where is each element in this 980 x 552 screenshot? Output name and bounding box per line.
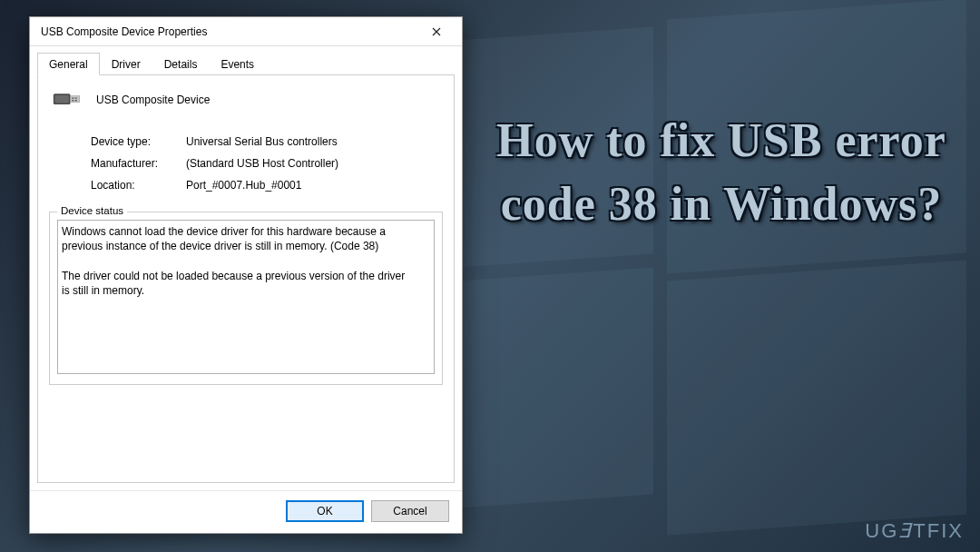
- device-name: USB Composite Device: [96, 94, 210, 106]
- tab-general[interactable]: General: [37, 53, 100, 75]
- svg-rect-4: [75, 97, 77, 98]
- field-location: Location: Port_#0007.Hub_#0001: [91, 179, 443, 192]
- window-title: USB Composite Device Properties: [41, 25, 418, 38]
- field-device-type: Device type: Universal Serial Bus contro…: [91, 135, 443, 148]
- tab-bar: General Driver Details Events: [30, 46, 462, 74]
- device-fields: Device type: Universal Serial Bus contro…: [91, 135, 443, 192]
- device-header: USB Composite Device: [49, 88, 443, 112]
- watermark-text: UGƎTFIX: [865, 519, 964, 543]
- svg-rect-6: [75, 100, 77, 101]
- cancel-button[interactable]: Cancel: [371, 500, 449, 522]
- location-label: Location:: [91, 179, 186, 192]
- svg-rect-1: [55, 95, 69, 104]
- ok-button[interactable]: OK: [286, 500, 364, 522]
- manufacturer-label: Manufacturer:: [91, 157, 186, 170]
- tab-details[interactable]: Details: [152, 53, 210, 75]
- usb-device-icon: [53, 88, 83, 112]
- properties-dialog: USB Composite Device Properties General …: [29, 16, 463, 534]
- svg-rect-2: [71, 96, 80, 103]
- headline-text: How to fix USB error code 38 in Windows?: [490, 109, 953, 236]
- device-type-label: Device type:: [91, 135, 186, 148]
- tab-driver[interactable]: Driver: [100, 53, 152, 75]
- titlebar: USB Composite Device Properties: [30, 17, 462, 46]
- manufacturer-value: (Standard USB Host Controller): [186, 157, 338, 170]
- device-status-text[interactable]: [57, 220, 435, 374]
- svg-rect-5: [72, 100, 74, 101]
- dialog-buttons: OK Cancel: [30, 490, 462, 533]
- device-type-value: Universal Serial Bus controllers: [186, 135, 338, 148]
- close-button[interactable]: [418, 25, 455, 39]
- tab-events[interactable]: Events: [209, 53, 266, 75]
- location-value: Port_#0007.Hub_#0001: [186, 179, 301, 192]
- device-status-legend: Device status: [57, 205, 127, 216]
- svg-rect-3: [72, 97, 74, 98]
- close-icon: [432, 27, 441, 36]
- tab-panel-general: USB Composite Device Device type: Univer…: [37, 74, 455, 483]
- field-manufacturer: Manufacturer: (Standard USB Host Control…: [91, 157, 443, 170]
- device-status-group: Device status: [49, 212, 443, 385]
